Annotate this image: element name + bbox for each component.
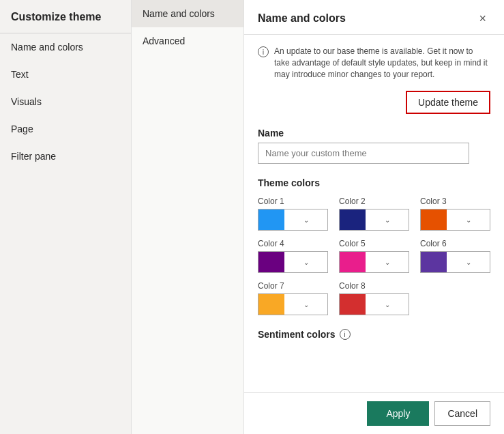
theme-name-input[interactable] bbox=[258, 143, 469, 164]
color-8-chevron-icon: ⌄ bbox=[366, 301, 409, 308]
color-7-swatch bbox=[258, 294, 284, 315]
color-item-8: Color 8 ⌄ bbox=[339, 281, 409, 315]
cancel-button[interactable]: Cancel bbox=[434, 401, 490, 426]
sidebar-item-filter-pane[interactable]: Filter pane bbox=[0, 143, 131, 170]
sidebar-item-text[interactable]: Text bbox=[0, 61, 131, 88]
colors-grid: Color 1 ⌄ Color 2 ⌄ Color 3 ⌄ bbox=[258, 197, 490, 315]
sidebar-left: Customize theme Name and colors Text Vis… bbox=[0, 0, 132, 434]
color-6-dropdown[interactable]: ⌄ bbox=[420, 251, 490, 273]
close-button[interactable]: × bbox=[475, 11, 490, 26]
info-text: An update to our base theme is available… bbox=[274, 46, 490, 80]
color-2-label: Color 2 bbox=[339, 197, 409, 206]
sidebar-item-visuals[interactable]: Visuals bbox=[0, 88, 131, 115]
color-5-label: Color 5 bbox=[339, 239, 409, 248]
main-footer: Apply Cancel bbox=[244, 392, 504, 434]
sentiment-label: Sentiment colors bbox=[258, 329, 336, 340]
color-3-dropdown[interactable]: ⌄ bbox=[420, 209, 490, 231]
info-icon: i bbox=[258, 46, 269, 57]
color-8-label: Color 8 bbox=[339, 281, 409, 291]
sidebar-item-page[interactable]: Page bbox=[0, 115, 131, 143]
color-item-4: Color 4 ⌄ bbox=[258, 239, 328, 273]
tab-advanced[interactable]: Advanced bbox=[132, 27, 243, 55]
main-header: Name and colors × bbox=[244, 0, 504, 35]
sentiment-colors-row: Sentiment colors i bbox=[258, 329, 490, 340]
color-1-chevron-icon: ⌄ bbox=[284, 216, 327, 224]
color-2-dropdown[interactable]: ⌄ bbox=[339, 209, 409, 231]
main-title: Name and colors bbox=[258, 12, 346, 25]
color-3-label: Color 3 bbox=[420, 197, 490, 206]
color-2-swatch bbox=[340, 209, 366, 230]
color-8-swatch bbox=[340, 294, 366, 315]
color-3-chevron-icon: ⌄ bbox=[447, 216, 490, 224]
name-field-label: Name bbox=[258, 128, 490, 139]
sidebar-item-name-and-colors[interactable]: Name and colors bbox=[0, 33, 131, 61]
color-2-chevron-icon: ⌄ bbox=[366, 216, 409, 224]
tab-panel: Name and colors Advanced bbox=[132, 0, 244, 434]
color-5-chevron-icon: ⌄ bbox=[366, 259, 409, 266]
color-1-dropdown[interactable]: ⌄ bbox=[258, 209, 328, 231]
color-item-2: Color 2 ⌄ bbox=[339, 197, 409, 231]
color-6-swatch bbox=[421, 252, 447, 272]
color-1-swatch bbox=[258, 209, 284, 230]
color-4-chevron-icon: ⌄ bbox=[284, 259, 327, 266]
color-7-dropdown[interactable]: ⌄ bbox=[258, 293, 328, 315]
main-content: Name and colors × i An update to our bas… bbox=[244, 0, 504, 434]
update-theme-button[interactable]: Update theme bbox=[406, 91, 490, 114]
main-body: i An update to our base theme is availab… bbox=[244, 35, 504, 392]
theme-colors-title: Theme colors bbox=[258, 177, 490, 188]
sidebar-title: Customize theme bbox=[0, 0, 131, 33]
color-4-swatch bbox=[258, 252, 284, 272]
color-7-label: Color 7 bbox=[258, 281, 328, 291]
color-4-dropdown[interactable]: ⌄ bbox=[258, 251, 328, 273]
color-item-7: Color 7 ⌄ bbox=[258, 281, 328, 315]
color-6-chevron-icon: ⌄ bbox=[447, 259, 490, 266]
color-1-label: Color 1 bbox=[258, 197, 328, 206]
color-4-label: Color 4 bbox=[258, 239, 328, 248]
color-item-1: Color 1 ⌄ bbox=[258, 197, 328, 231]
color-6-label: Color 6 bbox=[420, 239, 490, 248]
color-item-5: Color 5 ⌄ bbox=[339, 239, 409, 273]
tab-name-and-colors[interactable]: Name and colors bbox=[132, 0, 243, 27]
color-item-3: Color 3 ⌄ bbox=[420, 197, 490, 231]
color-8-dropdown[interactable]: ⌄ bbox=[339, 293, 409, 315]
color-5-dropdown[interactable]: ⌄ bbox=[339, 251, 409, 273]
color-item-6: Color 6 ⌄ bbox=[420, 239, 490, 273]
color-3-swatch bbox=[421, 209, 447, 230]
apply-button[interactable]: Apply bbox=[367, 401, 429, 426]
sentiment-info-icon[interactable]: i bbox=[340, 329, 351, 340]
color-5-swatch bbox=[340, 252, 366, 272]
color-7-chevron-icon: ⌄ bbox=[284, 301, 327, 308]
info-banner: i An update to our base theme is availab… bbox=[258, 46, 490, 80]
